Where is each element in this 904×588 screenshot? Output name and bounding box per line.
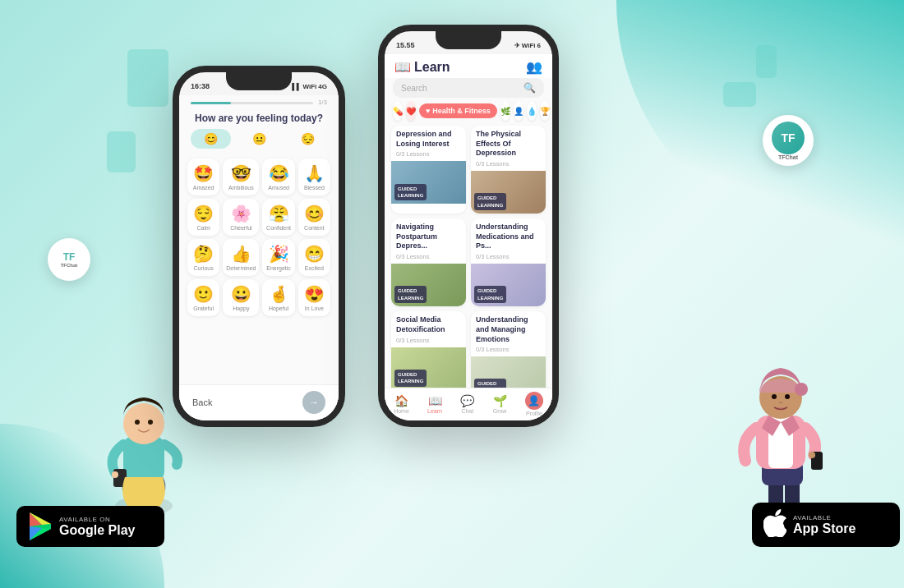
phone-left-time: 16:38 — [191, 82, 210, 90]
card-medications[interactable]: Understanding Medications and Ps... 0/3 … — [471, 218, 546, 306]
emotion-energetic[interactable]: 🎉 Energetic — [262, 239, 294, 276]
progress-text: 1/3 — [318, 99, 327, 106]
cat-icon-leaf[interactable]: 🌿 — [500, 101, 510, 121]
blessed-emoji: 🙏 — [302, 163, 327, 183]
nav-grow[interactable]: 🌱 Grow — [493, 394, 507, 414]
card-3-title: Navigating Postpartum Depres... — [391, 218, 466, 253]
mood-tab-sad[interactable]: 😔 — [288, 129, 328, 149]
emotion-grateful[interactable]: 🙂 Grateful — [187, 279, 219, 316]
svg-point-18 — [785, 394, 790, 399]
nav-home[interactable]: 🏠 Home — [394, 394, 409, 414]
card-managing-emotions[interactable]: Understanding and Managing Emotions 0/3 … — [471, 311, 546, 399]
cheerful-emoji: 🌸 — [226, 204, 256, 223]
mood-tab-happy[interactable]: 😊 — [191, 129, 231, 149]
emotion-cheerful[interactable]: 🌸 Cheerful — [223, 199, 259, 236]
learn-icon: 📖 — [428, 394, 442, 407]
learn-title: 📖 Learn — [394, 59, 450, 75]
cat-icon-medicine[interactable]: 💊 — [393, 101, 403, 121]
hopeful-label: Hopeful — [265, 305, 291, 311]
app-store-badge[interactable]: AVAILABLE App Store — [752, 503, 900, 547]
emotion-happy[interactable]: 😀 Happy — [223, 279, 259, 316]
google-play-top-text: AVAILABLE ON — [59, 516, 135, 523]
signal-icon: ▌▌ — [292, 83, 301, 90]
amused-label: Amused — [265, 185, 291, 191]
card-5-image: GUIDEDLEARNING — [391, 347, 466, 390]
profile-label: Profile — [526, 411, 542, 416]
phone-left-bottom-nav: Back → — [179, 384, 339, 420]
content-cards-grid: Depression and Losing Interest 0/3 Lesso… — [385, 126, 552, 399]
amused-emoji: 😂 — [265, 163, 291, 183]
svg-point-6 — [112, 471, 118, 478]
chat-label: Chat — [461, 408, 473, 414]
grateful-label: Grateful — [191, 305, 216, 311]
nav-chat[interactable]: 💬 Chat — [460, 394, 474, 414]
learn-header: 📖 Learn 👥 — [385, 54, 552, 78]
card-depression-losing-interest[interactable]: Depression and Losing Interest 0/3 Lesso… — [391, 126, 466, 214]
emotion-question: How are you feeling today? — [179, 106, 339, 129]
cat-icon-drop[interactable]: 💧 — [527, 101, 537, 121]
mood-tab-neutral[interactable]: 😐 — [239, 129, 279, 149]
emotion-ambitious[interactable]: 🤓 Ambitious — [223, 158, 259, 195]
apple-icon-container — [763, 509, 786, 540]
curious-label: Curious — [191, 265, 216, 271]
emotion-curious[interactable]: 🤔 Curious — [187, 239, 219, 276]
google-play-badge[interactable]: AVAILABLE ON Google Play — [16, 506, 164, 547]
card-social-media[interactable]: Social Media Detoxification 0/3 Lessons … — [391, 311, 466, 399]
apple-icon — [763, 509, 786, 537]
cat-heart-icon: ♥ — [426, 107, 430, 115]
deco-rect-2 — [107, 131, 136, 172]
energetic-label: Energetic — [265, 265, 291, 271]
google-play-icon — [28, 512, 53, 540]
emotion-determined[interactable]: 👍 Determined — [223, 239, 259, 276]
blessed-label: Blessed — [302, 185, 327, 191]
app-store-top-text: AVAILABLE — [793, 514, 856, 521]
card-4-title: Understanding Medications and Ps... — [471, 218, 546, 253]
card-physical-effects[interactable]: The Physical Effects Of Depression 0/3 L… — [471, 126, 546, 214]
card-5-lessons: 0/3 Lessons — [391, 337, 466, 347]
card-5-badge: GUIDEDLEARNING — [394, 370, 427, 387]
calm-label: Calm — [191, 225, 216, 231]
svg-point-2 — [123, 403, 164, 444]
card-2-lessons: 0/3 Lessons — [471, 160, 546, 171]
card-2-title: The Physical Effects Of Depression — [471, 126, 546, 160]
emotion-content[interactable]: 😊 Content — [298, 199, 330, 236]
home-icon: 🏠 — [394, 394, 408, 407]
emotion-amazed[interactable]: 🤩 Amazed — [187, 158, 219, 195]
emotion-confident[interactable]: 😤 Confident — [262, 199, 294, 236]
cat-icon-trophy[interactable]: 🏆 — [540, 101, 550, 121]
emotion-calm[interactable]: 😌 Calm — [187, 199, 219, 236]
card-1-image: GUIDEDLEARNING — [391, 161, 466, 204]
next-arrow-button[interactable]: → — [302, 391, 325, 414]
app-store-text: AVAILABLE App Store — [793, 514, 856, 536]
cat-icon-heart[interactable]: ❤️ — [406, 101, 416, 121]
card-4-badge: GUIDEDLEARNING — [474, 286, 506, 303]
calm-emoji: 😌 — [191, 204, 216, 223]
battery-right-icon: 6 — [537, 42, 541, 49]
back-button[interactable]: Back — [192, 397, 212, 407]
search-bar[interactable]: Search 🔍 — [393, 78, 544, 98]
tfchat-bubble-left: TF TFChat — [48, 238, 90, 281]
emotion-hopeful[interactable]: 🤞 Hopeful — [262, 279, 294, 316]
phone-left: 16:38 ▌▌ WiFi 4G 1/3 How are you feeling… — [173, 66, 345, 427]
svg-point-20 — [809, 452, 815, 458]
card-3-lessons: 0/3 Lessons — [391, 253, 466, 264]
nav-profile[interactable]: 👤 Profile — [525, 392, 543, 416]
cat-health-fitness[interactable]: ♥ Health & Fitness — [419, 103, 497, 118]
google-play-icon-container — [28, 512, 53, 540]
card-postpartum[interactable]: Navigating Postpartum Depres... 0/3 Less… — [391, 218, 466, 306]
phone-left-notch — [226, 72, 292, 90]
cat-icon-person[interactable]: 👤 — [514, 101, 523, 121]
nav-learn[interactable]: 📖 Learn — [427, 394, 442, 414]
svg-point-16 — [795, 383, 808, 396]
emotion-blessed[interactable]: 🙏 Blessed — [298, 158, 330, 195]
emotion-in-love[interactable]: 😍 In Love — [298, 279, 330, 316]
ambitious-emoji: 🤓 — [226, 163, 256, 183]
emotion-excited[interactable]: 😁 Excited — [298, 239, 330, 276]
card-6-lessons: 0/3 Lessons — [471, 346, 546, 356]
wifi-right-icon: WiFi — [522, 42, 536, 49]
content-emoji: 😊 — [302, 204, 327, 223]
card-5-title: Social Media Detoxification — [391, 311, 466, 336]
emotion-amused[interactable]: 😂 Amused — [262, 158, 294, 195]
grateful-emoji: 🙂 — [191, 284, 216, 304]
chat-icon: 💬 — [460, 394, 474, 407]
